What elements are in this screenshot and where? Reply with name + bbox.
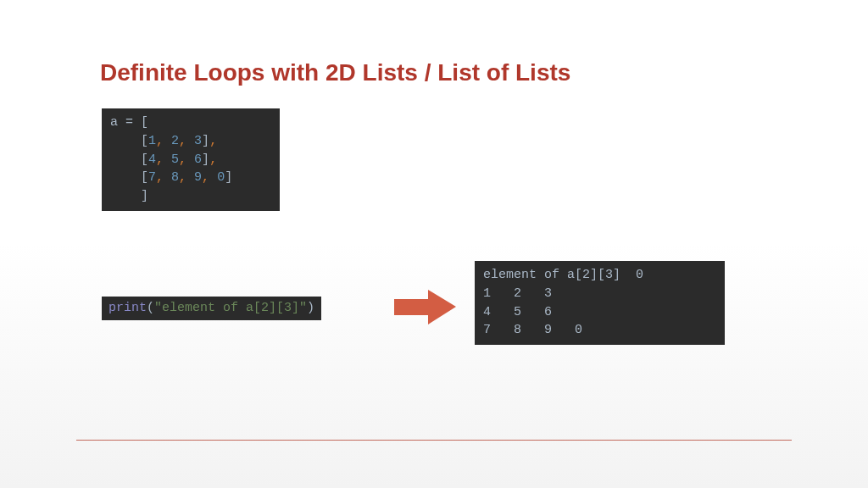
code-token: ,: [209, 134, 217, 148]
code-token: ]: [141, 189, 148, 203]
code-token: a: [110, 115, 118, 130]
code-token: [110, 170, 141, 185]
code-token: [: [141, 115, 148, 130]
code-token: ,: [179, 170, 194, 185]
code-token: =: [118, 115, 141, 130]
code-token: (: [147, 301, 154, 315]
code-token: 2: [171, 134, 179, 148]
output-line: 4 5 6: [483, 305, 552, 319]
code-token: [110, 189, 141, 203]
code-token: 3: [194, 134, 202, 148]
code-block-output: element of a[2][3] 0 1 2 3 4 5 6 7 8 9 0: [475, 261, 725, 345]
output-line: 7 8 9 0: [483, 323, 582, 337]
code-token: [110, 134, 141, 148]
code-token: 7: [148, 170, 156, 185]
code-token: 9: [194, 170, 202, 185]
code-block-definition: a = [ [1, 2, 3], [4, 5, 6], [7, 8, 9, 0]…: [102, 108, 280, 211]
code-block-print: print("element of a[2][3]"): [102, 297, 321, 320]
code-token: 8: [171, 170, 179, 185]
code-token: ,: [179, 152, 194, 167]
code-token: [: [141, 152, 148, 167]
code-token: [: [141, 134, 148, 148]
code-token: ,: [179, 134, 194, 148]
code-token: 5: [171, 152, 179, 167]
arrow-right-icon: [394, 288, 458, 330]
code-token: 4: [148, 152, 156, 167]
code-token: ): [307, 301, 314, 315]
code-token: ,: [202, 170, 217, 185]
code-token: ,: [209, 152, 217, 167]
code-token: print: [108, 301, 147, 315]
code-token: ]: [225, 170, 232, 185]
code-token: 0: [217, 170, 225, 185]
output-line: element of a[2][3] 0: [483, 268, 643, 282]
code-token: [110, 152, 141, 167]
code-token: [: [141, 170, 148, 185]
code-token: ,: [156, 134, 171, 148]
divider: [76, 440, 792, 441]
arrow-shape: [394, 290, 456, 324]
code-token: ,: [156, 170, 171, 185]
output-line: 1 2 3: [483, 286, 552, 301]
slide-title: Definite Loops with 2D Lists / List of L…: [100, 59, 570, 86]
code-token: 6: [194, 152, 202, 167]
code-token: ,: [156, 152, 171, 167]
code-token: "element of a[2][3]": [154, 301, 307, 315]
code-token: ]: [202, 134, 209, 148]
code-token: 1: [148, 134, 156, 148]
code-token: ]: [202, 152, 209, 167]
